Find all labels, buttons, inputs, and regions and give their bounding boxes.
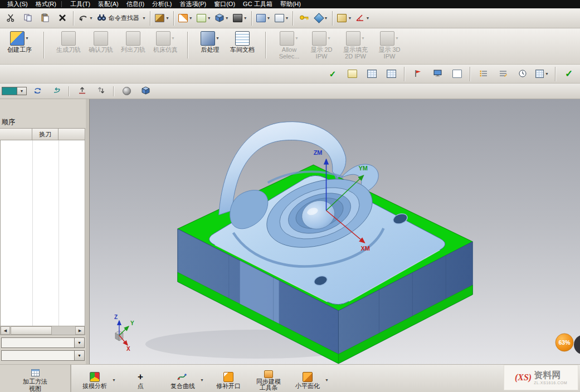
document-button[interactable] (449, 66, 465, 82)
menu-analysis[interactable]: 分析(L) (148, 0, 176, 8)
generate-toolpath-button[interactable]: 生成刀轨 (52, 30, 85, 53)
return-button[interactable] (48, 83, 65, 99)
nav-sphere[interactable] (574, 335, 580, 355)
sync-modeling-icon (264, 370, 273, 378)
facet-button[interactable]: 小平面化 (291, 371, 324, 389)
menu-information[interactable]: 信息(I) (123, 0, 148, 8)
style-brush-button[interactable]: ▼ (153, 10, 171, 26)
shop-documentation-button[interactable]: 车间文档 (226, 30, 259, 53)
cut-button[interactable] (2, 10, 19, 26)
column-name-header[interactable] (0, 129, 32, 140)
orient-view-button[interactable]: ▼ (255, 10, 272, 26)
copy-object-button[interactable] (92, 83, 109, 99)
flag-button[interactable] (410, 66, 426, 82)
undo-icon (78, 14, 88, 23)
scroll-right-button[interactable]: ▶ (75, 326, 85, 335)
menu-gc-toolbox[interactable]: GC 工具箱 (239, 0, 276, 8)
paste-button[interactable] (37, 10, 53, 26)
column-extra-header[interactable] (59, 129, 85, 140)
navigator-combo-1[interactable]: ▼ (1, 337, 85, 348)
show-fill-2d-ipw-button[interactable]: ▼ 显示填充 2D IPW (338, 30, 373, 60)
composite-curve-button[interactable]: 复合曲线 (166, 371, 199, 389)
verify-check-button[interactable]: ✓ (324, 66, 341, 82)
angle-button[interactable]: ▼ (354, 10, 371, 26)
graphics-viewport[interactable]: ZM YM XM Z Y X (90, 99, 580, 364)
layer-filter-combo[interactable]: ▼ (2, 87, 27, 95)
point-button[interactable]: + 点 (124, 371, 157, 389)
command-finder-button[interactable]: 命令查找器 ▼ (95, 10, 148, 26)
menu-format[interactable]: 格式(R) (32, 0, 60, 8)
draft-analysis-button[interactable]: 拔模分析 (78, 371, 111, 389)
scissors-icon (6, 13, 15, 23)
gem-button[interactable]: ▼ (313, 10, 330, 26)
shaded-cube-button[interactable] (137, 83, 154, 99)
scroll-thumb[interactable] (11, 326, 52, 335)
menu-insert[interactable]: 插入(S) (3, 0, 32, 8)
approve-button[interactable]: ✓ (560, 66, 577, 82)
menu-tools[interactable]: 工具(T) (66, 0, 94, 8)
ym-axis-label: YM (358, 165, 367, 171)
delete-x-icon (59, 14, 66, 23)
operation-tree[interactable] (0, 140, 85, 326)
dropdown-icon[interactable]: ▼ (325, 378, 329, 383)
move-up-icon (79, 87, 86, 95)
measure-button[interactable]: ▼ (335, 10, 353, 26)
toolbar-separator (73, 11, 74, 26)
move-object-button[interactable] (74, 83, 90, 99)
update-display-button[interactable] (29, 83, 46, 99)
document-icon (452, 70, 462, 78)
key-button[interactable] (296, 10, 313, 26)
sync-modeling-button[interactable]: 同步建模 工具条 (252, 370, 285, 391)
watermark-url: ZL.XS1616.COM (534, 381, 567, 385)
delete-button[interactable] (54, 10, 71, 26)
zm-axis-label: ZM (314, 149, 323, 156)
navigator-hscrollbar[interactable]: ◀ ▶ (0, 326, 85, 335)
machine-simulation-button[interactable]: ▼ 机床仿真 (149, 30, 182, 53)
navigator-toolbar: ✓ ▼ ✓ (0, 65, 580, 84)
menu-window[interactable]: 窗口(O) (210, 0, 239, 8)
dropdown-icon[interactable]: ▼ (74, 350, 85, 361)
list-toolpath-button[interactable]: 列出刀轨 (117, 30, 149, 53)
column-tool-change-header[interactable]: 换刀 (32, 129, 59, 140)
edit-sheet-button[interactable] (344, 66, 360, 82)
dropdown-icon: ▼ (365, 16, 369, 21)
show-2d-ipw-button[interactable]: ▼ 显示 2D IPW (305, 30, 338, 60)
clock-button[interactable] (514, 66, 531, 82)
sketch-button[interactable]: ▼ (195, 10, 213, 26)
list-edit-button[interactable] (495, 66, 511, 82)
navigator-combo-2[interactable]: ▼ (1, 350, 85, 361)
display-style-button[interactable]: ▼ (231, 10, 249, 26)
dropdown-icon: ▼ (243, 16, 247, 21)
shaded-sphere-button[interactable] (118, 83, 135, 99)
verify-toolpath-button[interactable]: 确认刀轨 (85, 30, 117, 53)
machining-method-view-tab[interactable]: 加工方法 视图 (0, 365, 71, 392)
draft-analysis-icon (90, 372, 100, 382)
copy-button[interactable] (20, 10, 36, 26)
undo-button[interactable]: ▼ (76, 10, 95, 26)
scroll-track[interactable] (52, 326, 75, 335)
refresh-arrows-icon (33, 87, 42, 95)
menu-help[interactable]: 帮助(H) (276, 0, 305, 8)
create-operation-button[interactable]: ▼ 创建工序 (3, 30, 36, 53)
list-button[interactable] (475, 66, 492, 82)
monitor-button[interactable] (429, 66, 446, 82)
table-view-button[interactable] (363, 66, 380, 82)
menu-assemblies[interactable]: 装配(A) (94, 0, 123, 8)
grid-options-button[interactable]: ▼ (534, 66, 550, 82)
show-3d-ipw-button[interactable]: ▼ 显示 3D IPW (373, 30, 406, 60)
allow-select-button[interactable]: ▼ Allow Selec... (273, 30, 305, 60)
dropdown-icon: ▼ (327, 36, 331, 41)
dropdown-icon[interactable]: ▼ (74, 337, 85, 348)
patch-opening-button[interactable]: 修补开口 (212, 371, 245, 389)
csys-button[interactable]: ▼ (177, 10, 194, 26)
menu-preferences[interactable]: 首选项(P) (176, 0, 211, 8)
window-button[interactable]: ▼ (273, 10, 291, 26)
table-edit-button[interactable] (383, 66, 399, 82)
dropdown-icon[interactable]: ▼ (112, 378, 116, 383)
show-fill-2d-ipw-icon (346, 31, 360, 46)
dropdown-icon: ▼ (545, 72, 549, 76)
postprocess-button[interactable]: ▼ 后处理 (194, 30, 226, 53)
scroll-left-button[interactable]: ◀ (1, 326, 10, 335)
solid-cube-button[interactable]: ▼ (213, 10, 231, 26)
dropdown-icon[interactable]: ▼ (200, 378, 204, 383)
